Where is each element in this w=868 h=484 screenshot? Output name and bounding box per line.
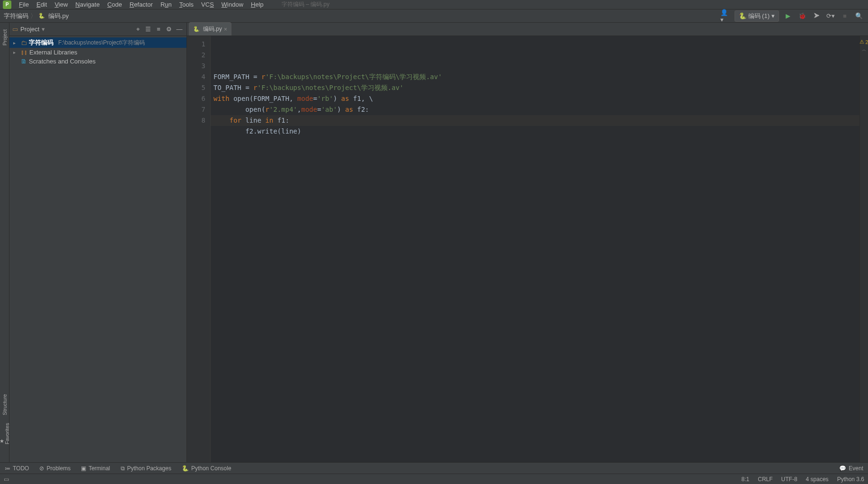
line-separator[interactable]: CRLF: [758, 476, 772, 483]
run-config-label: 编码 (1): [748, 12, 770, 20]
menu-refactor[interactable]: Refactor: [126, 1, 157, 8]
terminal-icon: ▣: [81, 465, 86, 472]
tool-project-tab[interactable]: Project: [2, 29, 8, 45]
editor-tabs: 🐍 编码.py ×: [187, 23, 868, 36]
menu-navigate[interactable]: Navigate: [71, 1, 103, 8]
tree-external-label: External Libraries: [29, 49, 77, 56]
warning-badge[interactable]: ⚠2: [859, 39, 868, 45]
menu-vcs[interactable]: VCS: [197, 1, 218, 8]
tool-terminal[interactable]: ▣Terminal: [81, 465, 110, 472]
tool-favorites-tab[interactable]: Favorites: [0, 423, 10, 444]
menubar: P File Edit View Navigate Code Refactor …: [0, 0, 868, 9]
breadcrumb-sep: 〉: [30, 12, 36, 20]
stop-button[interactable]: ■: [840, 11, 850, 21]
menu-code[interactable]: Code: [104, 1, 126, 8]
coverage-button[interactable]: ⮞: [811, 11, 822, 21]
line-gutter: 12345678: [187, 36, 211, 462]
python-file-icon: 🐍: [193, 26, 200, 33]
chevron-right-icon[interactable]: ▸: [13, 50, 19, 55]
editor-area: 🐍 编码.py × 12345678 FORM_PATH = r'F:\back…: [187, 23, 868, 462]
hide-icon[interactable]: —: [175, 25, 184, 34]
profile-button[interactable]: ⟳▾: [825, 11, 836, 21]
app-logo-icon: P: [3, 0, 11, 9]
breadcrumb-file[interactable]: 编码.py: [48, 12, 69, 20]
project-tree: ▸ 🗀 字符编码 F:\backups\notes\Project\字符编码 ▸…: [9, 36, 186, 67]
settings-icon[interactable]: ⚙: [165, 25, 173, 34]
breadcrumb: 字符编码 〉 🐍 编码.py: [4, 12, 69, 20]
editor-tab[interactable]: 🐍 编码.py ×: [189, 22, 231, 36]
list-icon: ≔: [5, 465, 10, 472]
breadcrumb-root[interactable]: 字符编码: [4, 12, 28, 20]
code-editor[interactable]: FORM_PATH = r'F:\backups\notes\Project\字…: [211, 36, 859, 462]
project-panel: ▭ Project ▾ ⌖ ☰ ≡ ⚙ — ▸ 🗀 字符编码 F:\backup…: [9, 23, 187, 462]
tree-root-path: F:\backups\notes\Project\字符编码: [58, 39, 145, 47]
indent-setting[interactable]: 4 spaces: [806, 476, 829, 483]
tool-console[interactable]: 🐍Python Console: [182, 465, 231, 472]
menu-help[interactable]: Help: [247, 1, 267, 8]
folder-icon: ▭: [12, 26, 18, 33]
speech-icon: 💬: [839, 465, 846, 472]
library-icon: ⫿⫿: [21, 49, 27, 56]
close-tab-icon[interactable]: ×: [224, 26, 227, 33]
tab-label: 编码.py: [203, 25, 222, 33]
tree-scratches-label: Scratches and Consoles: [29, 58, 96, 65]
run-button[interactable]: ▶: [783, 11, 793, 21]
tree-scratches[interactable]: 🗎 Scratches and Consoles: [9, 57, 186, 66]
project-panel-header: ▭ Project ▾ ⌖ ☰ ≡ ⚙ —: [9, 23, 186, 36]
editor-body: 12345678 FORM_PATH = r'F:\backups\notes\…: [187, 36, 868, 462]
sdk-label[interactable]: Python 3.6: [837, 476, 864, 483]
file-encoding[interactable]: UTF-8: [781, 476, 797, 483]
tree-root[interactable]: ▸ 🗀 字符编码 F:\backups\notes\Project\字符编码: [9, 37, 186, 48]
chevron-up-icon[interactable]: ︿: [862, 46, 867, 53]
caret-position[interactable]: 8:1: [742, 476, 750, 483]
bottom-tool-strip: ≔TODO ⊘Problems ▣Terminal ⧉Python Packag…: [0, 462, 868, 474]
collapse-all-icon[interactable]: ≡: [154, 25, 163, 34]
tool-structure-tab[interactable]: Structure: [2, 394, 8, 415]
menu-edit[interactable]: Edit: [33, 1, 51, 8]
menu-file[interactable]: File: [15, 1, 33, 8]
tool-todo[interactable]: ≔TODO: [5, 465, 29, 472]
tool-problems[interactable]: ⊘Problems: [39, 465, 71, 472]
toolbar: 字符编码 〉 🐍 编码.py 👤▾ 🐍 编码 (1) ▾ ▶ 🐞 ⮞ ⟳▾ ■ …: [0, 9, 868, 23]
search-everywhere-button[interactable]: 🔍: [854, 11, 864, 21]
python-icon: 🐍: [739, 12, 746, 19]
warning-icon: ⊘: [39, 465, 44, 472]
main-area: Project Structure Favorites ▭ Project ▾ …: [0, 23, 868, 462]
event-log[interactable]: 💬Event: [839, 465, 863, 472]
statusbar: ▭ 8:1 CRLF UTF-8 4 spaces Python 3.6: [0, 474, 868, 484]
left-tool-strip: Project Structure Favorites: [0, 23, 9, 462]
scratch-icon: 🗎: [21, 58, 27, 65]
tree-external-libs[interactable]: ▸ ⫿⫿ External Libraries: [9, 48, 186, 57]
debug-button[interactable]: 🐞: [797, 11, 807, 21]
user-icon[interactable]: 👤▾: [720, 11, 731, 21]
package-icon: ⧉: [121, 465, 125, 472]
menu-tools[interactable]: Tools: [176, 1, 197, 8]
project-panel-title[interactable]: Project: [20, 26, 39, 33]
folder-icon: 🗀: [21, 39, 27, 46]
tool-packages[interactable]: ⧉Python Packages: [121, 465, 171, 472]
menu-view[interactable]: View: [51, 1, 71, 8]
window-title: 字符编码 – 编码.py: [282, 0, 329, 9]
menu-window[interactable]: Window: [218, 1, 247, 8]
chevron-down-icon: ▾: [771, 12, 775, 19]
inspection-gutter: ⚠2 ︿: [859, 36, 868, 462]
tree-root-name: 字符编码: [29, 38, 53, 47]
chevron-down-icon[interactable]: ▾: [42, 26, 45, 33]
menu-run[interactable]: Run: [157, 1, 176, 8]
run-config-selector[interactable]: 🐍 编码 (1) ▾: [735, 10, 779, 22]
current-line-highlight: [211, 115, 859, 126]
python-file-icon: 🐍: [38, 13, 45, 19]
chevron-right-icon[interactable]: ▸: [13, 40, 19, 45]
python-icon: 🐍: [182, 465, 189, 472]
statusbar-left-icon[interactable]: ▭: [4, 476, 9, 483]
locate-icon[interactable]: ⌖: [133, 25, 142, 34]
expand-all-icon[interactable]: ☰: [144, 25, 152, 34]
